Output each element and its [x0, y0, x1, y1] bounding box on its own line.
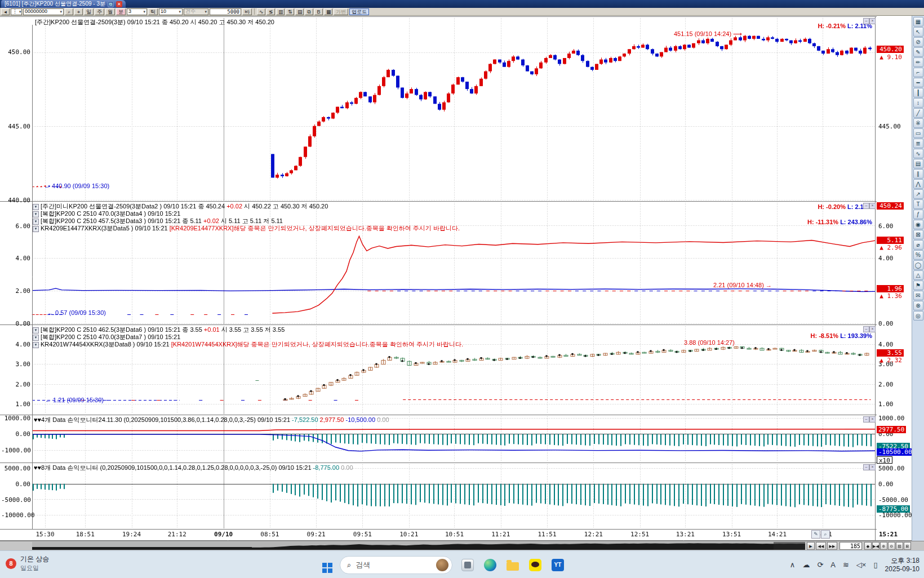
angle-tool[interactable]: ⌐	[913, 68, 923, 77]
close-button[interactable]: ⊠	[904, 542, 911, 550]
panel-minimize-button[interactable]: –	[863, 18, 869, 24]
snapshot-button[interactable]: ▧	[896, 542, 903, 550]
period-day-button[interactable]: 일	[84, 8, 94, 15]
edge-icon[interactable]	[483, 558, 497, 572]
ellipse-tool[interactable]: ◯	[913, 260, 923, 270]
chevron-up-icon[interactable]: ∧	[790, 561, 796, 569]
panel-minimize-button[interactable]: –	[863, 416, 869, 423]
panel-close-button[interactable]: ×	[869, 203, 876, 209]
tick-button[interactable]: 틱	[148, 8, 158, 15]
search-icon[interactable]: ⌕	[65, 8, 73, 15]
note-tool[interactable]: ✉	[913, 291, 923, 300]
panel-close-button[interactable]: ×	[869, 464, 876, 470]
panel-minimize-button[interactable]: –	[863, 464, 869, 470]
indicator-tool[interactable]: ƒ	[913, 210, 923, 219]
percent-tool[interactable]: %	[913, 250, 923, 260]
arrow-tool[interactable]: ↗	[913, 189, 923, 199]
triangle-tool[interactable]: △	[913, 270, 923, 280]
wave-tool[interactable]: ∿	[913, 149, 923, 158]
visible-bars-input[interactable]	[839, 542, 862, 550]
zoom-plus-button[interactable]: ⊕	[880, 542, 887, 550]
panel-minimize-button[interactable]: –	[863, 326, 869, 332]
collapse-toggle[interactable]: ▼	[33, 327, 39, 334]
period-week-button[interactable]: 주	[95, 8, 104, 15]
flag-tool[interactable]: ⚑	[913, 281, 923, 290]
axis-edit-button[interactable]: ✎	[811, 530, 820, 539]
compress-button[interactable]: ▶◀	[872, 542, 879, 550]
kakaotalk-icon[interactable]	[528, 558, 543, 572]
search-symbol-icon[interactable]: ⌖	[74, 8, 83, 15]
panel-close-button[interactable]: ×	[869, 18, 876, 24]
indicator-b-icon[interactable]: B	[314, 8, 323, 15]
sort-arrows-icon[interactable]: ⇅	[286, 8, 294, 15]
bar-count-input[interactable]	[210, 8, 241, 15]
crosshair-tool[interactable]: ⊘	[913, 37, 923, 47]
start-button[interactable]	[317, 558, 332, 572]
pen-tool[interactable]: ✏	[913, 57, 923, 67]
mini-combo[interactable]: ⋮▾	[11, 8, 22, 15]
trendline-tool[interactable]: ╱	[913, 108, 923, 118]
range-tool[interactable]: ↕	[913, 98, 923, 108]
axis-zoom-button[interactable]: ⌕	[821, 530, 830, 539]
copy-doc-icon[interactable]: ⧉	[305, 8, 313, 15]
volume-mute-icon[interactable]: ◁×	[856, 561, 867, 569]
fit-button[interactable]: ◆	[864, 542, 872, 550]
scroll-prev-button[interactable]: ◀◀	[816, 542, 826, 550]
scroll-next-button[interactable]: ▶▶	[827, 542, 837, 550]
bar-unit-button[interactable]: 바	[242, 8, 252, 15]
panel-minimize-button[interactable]: –	[863, 203, 869, 209]
collapse-toggle[interactable]: ▼	[33, 211, 39, 217]
yt-app-icon[interactable]: YT	[550, 558, 565, 572]
symbol-combo[interactable]: 00000000▾	[23, 8, 64, 15]
box-tool[interactable]: ▭	[913, 128, 923, 138]
zoom-minus-button[interactable]: ⊖	[888, 542, 895, 550]
taskbar-search[interactable]: ⌕ 검색	[340, 556, 452, 574]
horizontal-line-tool[interactable]: ━	[913, 78, 923, 87]
lock-tool[interactable]: ⊗	[913, 301, 923, 310]
collapse-toggle[interactable]: ▼	[33, 219, 39, 225]
app-window-icon[interactable]	[460, 558, 475, 572]
text-tool[interactable]: T	[913, 199, 923, 209]
period-month-button[interactable]: 월	[105, 8, 115, 15]
collapse-left-button[interactable]: ◂	[1, 8, 10, 15]
eye-tool[interactable]: ◎	[913, 311, 923, 321]
battery-icon[interactable]: ▯	[873, 561, 877, 569]
vertical-line-tool[interactable]: ┃	[913, 88, 923, 97]
magnet-tool[interactable]: ◉	[913, 220, 923, 229]
compare-chart-icon[interactable]: ≶	[266, 8, 275, 15]
tab-close-icon[interactable]: ✕	[116, 1, 122, 7]
collapse-toggle[interactable]: ▼	[33, 342, 39, 348]
pencil-tool[interactable]: ✎	[913, 47, 923, 57]
panel-close-button[interactable]: ×	[869, 416, 876, 423]
collapse-toggle[interactable]: ▼	[33, 335, 39, 341]
period-minute-button[interactable]: 분	[116, 8, 126, 15]
folder-icon[interactable]	[505, 558, 520, 572]
fibonacci-tool[interactable]: ≣	[913, 139, 923, 148]
delete-tool[interactable]: ⊠	[913, 230, 923, 239]
zigzag-tool[interactable]: ⋀	[913, 179, 923, 189]
pattern-tool[interactable]: ▤	[913, 159, 923, 168]
pointer-tool[interactable]: ↖	[913, 27, 923, 37]
candle-chart-icon[interactable]: ∿	[257, 8, 265, 15]
chart-layout-tool[interactable]: ▦	[913, 17, 923, 26]
grid-icon[interactable]: ▦	[324, 8, 332, 15]
cloud-icon[interactable]: ☁	[802, 561, 810, 569]
new-doc-icon[interactable]: ▤	[295, 8, 304, 15]
bar-chart-icon[interactable]: ▥	[276, 8, 285, 15]
ime-korean-icon[interactable]: A	[830, 561, 836, 569]
collapse-toggle[interactable]: ▼	[33, 226, 39, 232]
channel-tool[interactable]: ∥	[913, 169, 923, 179]
tick-count-combo[interactable]: 10▾	[159, 8, 183, 15]
wifi-icon[interactable]: ≋	[843, 561, 849, 569]
collapse-toggle[interactable]: ▼	[33, 204, 39, 210]
chart-canvas[interactable]	[0, 16, 912, 541]
multiline-tool[interactable]: ※	[913, 118, 923, 128]
scrollbar-minimap[interactable]	[32, 542, 805, 550]
minute-count-combo[interactable]: 3▾	[127, 8, 147, 15]
panel-close-button[interactable]: ×	[869, 326, 876, 332]
taskbar-weather-widget[interactable]: 8 기온 상승 일요일	[6, 554, 49, 572]
ruler-tool[interactable]: ⌀	[913, 240, 923, 250]
window-tab[interactable]: [6101] [주간]KP200 선물연결-2509 - 3분 ⧉ ✕	[1, 0, 126, 8]
taskbar-clock[interactable]: 오후 3:18 2025-09-10	[885, 557, 919, 573]
tab-detach-icon[interactable]: ⧉	[108, 1, 114, 7]
